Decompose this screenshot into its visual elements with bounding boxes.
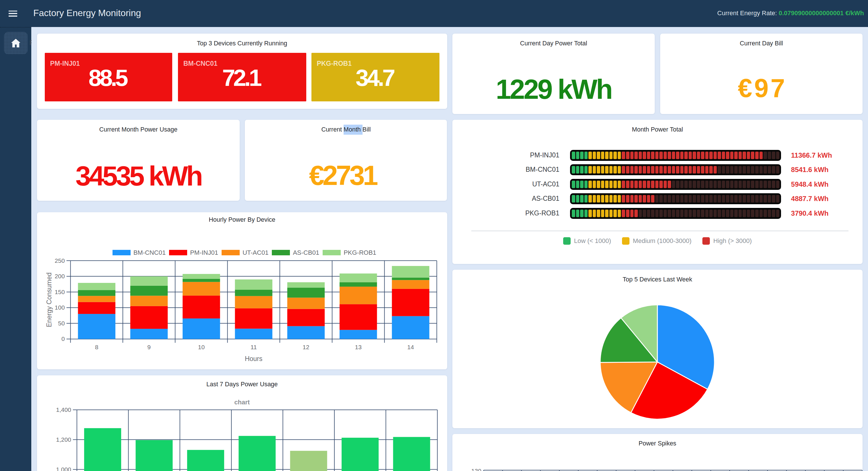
svg-text:50: 50 [58, 320, 65, 326]
svg-text:100: 100 [55, 304, 65, 311]
svg-text:Energy Consumed: Energy Consumed [45, 272, 53, 327]
svg-text:13: 13 [355, 344, 362, 350]
svg-text:9: 9 [147, 344, 151, 350]
svg-text:14: 14 [407, 344, 414, 350]
svg-text:250: 250 [55, 257, 65, 264]
svg-text:130: 130 [471, 468, 482, 471]
svg-text:12: 12 [303, 344, 309, 350]
svg-text:11: 11 [251, 344, 257, 350]
svg-text:10: 10 [198, 344, 205, 350]
svg-text:1,200: 1,200 [56, 436, 71, 443]
svg-text:1,000: 1,000 [56, 466, 71, 471]
svg-text:150: 150 [55, 288, 65, 295]
svg-text:200: 200 [55, 273, 65, 279]
svg-text:1,400: 1,400 [56, 406, 71, 413]
svg-text:Hours: Hours [245, 355, 262, 362]
svg-text:0: 0 [61, 335, 65, 342]
svg-text:8: 8 [95, 344, 98, 350]
